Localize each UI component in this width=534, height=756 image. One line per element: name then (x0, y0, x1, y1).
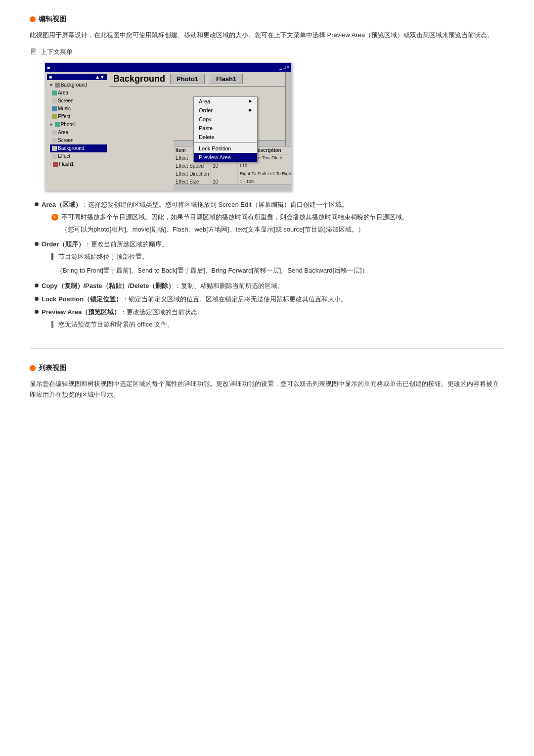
sub-bullet-order: 节目源区域始终位于顶部位置。 （Bring to Front[置于最前]、Sen… (51, 252, 504, 276)
main-content-area: Background Photo1 Flash1 Area Order Copy… (109, 72, 291, 190)
menu-ref-icon: 🖹 (30, 47, 38, 56)
tree-item-background2[interactable]: Background (50, 144, 107, 152)
bullet-dot-order (35, 242, 39, 246)
section1: 编辑视图 此视图用于屏幕设计，在此视图中您可使用鼠标创建、移动和更改区域的大小。… (30, 15, 504, 333)
sub-text-orange: 不可同时播放多个节目源区域。因此，如果节目源区域的播放时间有所重叠，则会播放其播… (61, 212, 408, 223)
tree-expand2-icon: ▼ (49, 122, 53, 127)
bullet-item-area: Area（区域）：选择您要创建的区域类型。您可将区域拖放到 Screen Edi… (35, 200, 504, 236)
bullet-label-copy: Copy（复制）/Paste（粘贴）/Delete（删除）：复制、粘贴和删除当前… (42, 282, 284, 289)
section2-intro: 显示您在编辑视图和树状视图中选定区域的每个属性的详细功能。更改详细功能的设置，您… (30, 378, 504, 400)
sub-bullet-note1: （您可以为photo[相片]、movie[剧场]、Flash、web[方地网]、… (61, 225, 504, 235)
section2-title-row: 列表视图 (30, 364, 504, 373)
tree-background2-icon (52, 146, 57, 151)
window-minimize[interactable]: _ (279, 65, 282, 70)
property-cell-speed-label: Effect Speed (174, 162, 211, 170)
property-cell-speed-desc: I 10 (238, 162, 291, 170)
tree-item-screen1: Screen (50, 97, 107, 105)
tree-panel: ■ ▲▼ ▼ Background Area Screen Music Effe… (45, 72, 109, 190)
bullet-content-preview: Preview Area（预览区域）：更改选定区域的当前状态。 您无法预览节目源… (42, 307, 504, 333)
property-row-direction: Effect Direction Right To Shift Left To … (174, 170, 291, 178)
tree-header-icon: ■ (49, 74, 52, 80)
context-menu-separator (194, 142, 257, 143)
section2-dot (30, 365, 36, 371)
bullet-label-preview: Preview Area（预览区域）：更改选定区域的当前状态。 (42, 308, 204, 316)
sub-bullet-note-order: 节目源区域始终位于顶部位置。 (51, 252, 504, 264)
bullet-dot-area (35, 202, 39, 206)
context-menu-item-lock[interactable]: Lock Position (194, 144, 257, 153)
window-close[interactable]: × (287, 65, 289, 70)
menu-ref-label: 上下文菜单 (41, 47, 73, 56)
tree-photo2-icon (55, 122, 60, 127)
sub-orange-icon: + (51, 214, 58, 221)
note-bar-icon (51, 253, 53, 260)
context-menu-item-area[interactable]: Area (194, 97, 257, 106)
tree-item-photo1: ▼ Photo1 (47, 121, 107, 129)
section2: 列表视图 显示您在编辑视图和树状视图中选定区域的每个属性的详细功能。更改详细功能… (30, 364, 504, 400)
screenshot-mockup: ■ _ □ × ■ ▲▼ ▼ Background Area Screen (44, 62, 292, 191)
tree-item-area2: Area (50, 129, 107, 137)
tree-header-expand: ▲▼ (95, 74, 105, 80)
bullet-content-order: Order（顺序）：更改当前所选区域的顺序。 节目源区域始终位于顶部位置。 （B… (42, 239, 504, 278)
window-titlebar: ■ _ □ × (45, 63, 291, 72)
tree-music-icon (52, 106, 57, 111)
tree-item-background: ▼ Background (47, 81, 107, 89)
tree-group2: Area Screen Background Effect (50, 129, 107, 160)
property-scrollbar[interactable] (174, 185, 291, 190)
tree-item-effect2: Effect (50, 152, 107, 160)
tree-screen2-icon (52, 138, 57, 143)
bullet-content-area: Area（区域）：选择您要创建的区域类型。您可将区域拖放到 Screen Edi… (42, 200, 504, 236)
property-cell-dir-desc: Right To Shift Left To Right Flo (238, 170, 291, 178)
tree-item-flash1: + Flash1 (47, 160, 107, 168)
context-menu-item-paste[interactable]: Paste (194, 124, 257, 133)
bullet-content-lock: Lock Position（锁定位置）：锁定当前定义区域的位置。区域在锁定后将无… (42, 294, 504, 305)
property-cell-speed-value: 10 (211, 162, 238, 170)
sub-bullet-order-detail: （Bring to Front[置于最前]、Send to Back[置于最后]… (56, 266, 504, 276)
tree-item-area1: Area (50, 89, 107, 97)
context-menu-item-preview[interactable]: Preview Area (194, 153, 257, 162)
tree-effect-icon (52, 114, 57, 119)
tree-expand3-icon: + (49, 162, 51, 167)
tab-photo[interactable]: Photo1 (170, 74, 205, 84)
content-title-bar: Background Photo1 Flash1 (109, 72, 291, 87)
bullet-list: Area（区域）：选择您要创建的区域类型。您可将区域拖放到 Screen Edi… (35, 200, 504, 333)
window-maximize[interactable]: □ (283, 65, 285, 70)
bullet-dot-lock (35, 297, 39, 301)
bullet-item-preview: Preview Area（预览区域）：更改选定区域的当前状态。 您无法预览节目源… (35, 307, 504, 333)
gray-bar-icon (51, 321, 53, 328)
section1-intro: 此视图用于屏幕设计，在此视图中您可使用鼠标创建、移动和更改区域的大小。您可在上下… (30, 30, 504, 41)
bullet-label-order: Order（顺序）：更改当前所选区域的顺序。 (42, 240, 168, 248)
tree-header: ■ ▲▼ (47, 74, 107, 80)
tree-expand-icon: ▼ (49, 83, 53, 88)
tree-screen-icon (52, 98, 57, 103)
sub-gray-icon (51, 321, 55, 331)
scrollbar-right[interactable] (285, 72, 291, 146)
content-title: Background (113, 74, 165, 84)
sub-bullet-orange: + 不可同时播放多个节目源区域。因此，如果节目源区域的播放时间有所重叠，则会播放… (51, 212, 504, 223)
tree-item-effect1: Effect (50, 113, 107, 121)
context-menu-item-copy[interactable]: Copy (194, 115, 257, 124)
section2-title: 列表视图 (39, 364, 66, 373)
sub-bullet-preview-note: 您无法预览节目源和背景的 office 文件。 (51, 320, 504, 331)
sub-text-preview-note: 您无法预览节目源和背景的 office 文件。 (58, 320, 174, 330)
bullet-label-area: Area（区域）：选择您要创建的区域类型。您可将区域拖放到 Screen Edi… (42, 201, 348, 208)
tree-photo-icon (52, 91, 57, 95)
property-row-speed: Effect Speed 10 I 10 (174, 162, 291, 170)
tree-area2-icon (52, 130, 57, 135)
bullet-item-copy: Copy（复制）/Paste（粘贴）/Delete（删除）：复制、粘贴和删除当前… (35, 281, 504, 291)
section-divider (30, 348, 504, 349)
context-menu-item-delete[interactable]: Delete (194, 133, 257, 142)
bullet-content-copy: Copy（复制）/Paste（粘贴）/Delete（删除）：复制、粘贴和删除当前… (42, 281, 504, 291)
bullet-item-order: Order（顺序）：更改当前所选区域的顺序。 节目源区域始终位于顶部位置。 （B… (35, 239, 504, 278)
section1-dot (30, 16, 36, 22)
bullet-dot-copy (35, 284, 39, 287)
window-title-icon: ■ (47, 65, 50, 70)
sub-text-order-detail: （Bring to Front[置于最前]、Send to Back[置于最后]… (56, 266, 368, 276)
bullet-dot-preview (35, 310, 39, 314)
sub-text-note-order: 节目源区域始终位于顶部位置。 (58, 252, 148, 262)
context-menu-item-order[interactable]: Order (194, 106, 257, 115)
menu-ref-row: 🖹 上下文菜单 (30, 47, 504, 56)
context-menu: Area Order Copy Paste Delete Lock Positi… (193, 96, 258, 162)
tab-flash[interactable]: Flash1 (210, 74, 243, 84)
orange-circle-icon: + (51, 214, 58, 221)
bullet-item-lock: Lock Position（锁定位置）：锁定当前定义区域的位置。区域在锁定后将无… (35, 294, 504, 305)
